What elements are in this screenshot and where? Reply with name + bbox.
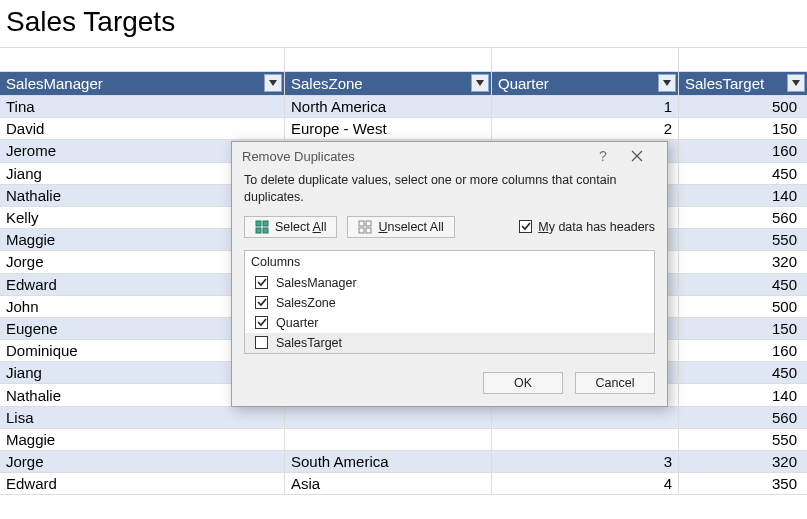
cell-tgt[interactable]: 450 bbox=[679, 274, 807, 295]
cell-mgr[interactable]: David bbox=[0, 118, 285, 139]
select-all-button[interactable]: Select All bbox=[244, 216, 337, 238]
cell-tgt[interactable]: 160 bbox=[679, 140, 807, 161]
cell-tgt[interactable]: 500 bbox=[679, 96, 807, 117]
cell-qtr[interactable] bbox=[492, 429, 679, 450]
table-row[interactable]: Lisa560 bbox=[0, 407, 807, 429]
svg-rect-6 bbox=[359, 221, 364, 226]
unselect-all-button[interactable]: Unselect All bbox=[347, 216, 454, 238]
table-header-row: SalesManager SalesZone Quarter SalesTarg… bbox=[0, 72, 807, 96]
cell-tgt[interactable]: 450 bbox=[679, 163, 807, 184]
column-item[interactable]: Quarter bbox=[245, 313, 654, 333]
column-item-label: SalesTarget bbox=[276, 336, 342, 350]
svg-rect-9 bbox=[366, 228, 371, 233]
cell-tgt[interactable]: 320 bbox=[679, 451, 807, 472]
table-row[interactable]: DavidEurope - West2150 bbox=[0, 118, 807, 140]
cell-mgr[interactable]: Lisa bbox=[0, 407, 285, 428]
cell-tgt[interactable]: 320 bbox=[679, 251, 807, 272]
cell-qtr[interactable] bbox=[492, 407, 679, 428]
col-header-label: SalesZone bbox=[291, 75, 363, 92]
col-header-zone[interactable]: SalesZone bbox=[285, 72, 492, 95]
filter-dropdown-icon[interactable] bbox=[787, 74, 805, 92]
cell-tgt[interactable]: 150 bbox=[679, 318, 807, 339]
my-data-has-headers-label: My data has headers bbox=[538, 220, 655, 234]
cell-qtr[interactable]: 2 bbox=[492, 118, 679, 139]
checkbox-icon bbox=[255, 336, 268, 349]
unselect-all-label: Unselect All bbox=[378, 220, 443, 234]
checkbox-icon bbox=[255, 296, 268, 309]
checkbox-icon bbox=[255, 316, 268, 329]
help-icon[interactable]: ? bbox=[589, 148, 617, 164]
svg-rect-8 bbox=[359, 228, 364, 233]
cell-tgt[interactable]: 550 bbox=[679, 429, 807, 450]
columns-label: Columns bbox=[245, 251, 654, 273]
col-header-mgr[interactable]: SalesManager bbox=[0, 72, 285, 95]
cell-mgr[interactable]: Edward bbox=[0, 473, 285, 494]
cell-tgt[interactable]: 500 bbox=[679, 296, 807, 317]
column-item[interactable]: SalesZone bbox=[245, 293, 654, 313]
col-header-tgt[interactable]: SalesTarget bbox=[679, 72, 807, 95]
cell-zone[interactable] bbox=[285, 407, 492, 428]
my-data-has-headers-checkbox[interactable]: My data has headers bbox=[519, 220, 655, 234]
cell-mgr[interactable]: Maggie bbox=[0, 429, 285, 450]
dialog-title: Remove Duplicates bbox=[242, 149, 589, 164]
dialog-message: To delete duplicate values, select one o… bbox=[244, 172, 655, 206]
cell-zone[interactable]: North America bbox=[285, 96, 492, 117]
cancel-button[interactable]: Cancel bbox=[575, 372, 655, 394]
cell-tgt[interactable]: 560 bbox=[679, 407, 807, 428]
dialog-titlebar[interactable]: Remove Duplicates ? bbox=[232, 142, 667, 170]
cell-zone[interactable]: South America bbox=[285, 451, 492, 472]
col-header-label: SalesTarget bbox=[685, 75, 764, 92]
columns-listbox: Columns SalesManagerSalesZoneQuarterSale… bbox=[244, 250, 655, 354]
checkbox-icon bbox=[255, 276, 268, 289]
cell-tgt[interactable]: 350 bbox=[679, 473, 807, 494]
page-title: Sales Targets bbox=[0, 0, 807, 48]
cell-zone[interactable] bbox=[285, 429, 492, 450]
cell-qtr[interactable]: 3 bbox=[492, 451, 679, 472]
blank-row bbox=[0, 48, 807, 72]
svg-rect-3 bbox=[263, 221, 268, 226]
column-item-label: SalesZone bbox=[276, 296, 336, 310]
svg-rect-4 bbox=[256, 228, 261, 233]
close-icon[interactable] bbox=[617, 150, 657, 162]
svg-rect-2 bbox=[256, 221, 261, 226]
cell-tgt[interactable]: 550 bbox=[679, 229, 807, 250]
cell-qtr[interactable]: 1 bbox=[492, 96, 679, 117]
cell-tgt[interactable]: 560 bbox=[679, 207, 807, 228]
table-row[interactable]: EdwardAsia4350 bbox=[0, 473, 807, 495]
cell-tgt[interactable]: 450 bbox=[679, 362, 807, 383]
filter-dropdown-icon[interactable] bbox=[471, 74, 489, 92]
filter-dropdown-icon[interactable] bbox=[264, 74, 282, 92]
cell-mgr[interactable]: Tina bbox=[0, 96, 285, 117]
svg-rect-7 bbox=[366, 221, 371, 226]
table-row[interactable]: TinaNorth America1500 bbox=[0, 96, 807, 118]
column-item-label: Quarter bbox=[276, 316, 318, 330]
cell-tgt[interactable]: 140 bbox=[679, 384, 807, 405]
select-all-label: Select All bbox=[275, 220, 326, 234]
table-row[interactable]: Maggie550 bbox=[0, 429, 807, 451]
checkbox-icon bbox=[519, 220, 532, 233]
filter-dropdown-icon[interactable] bbox=[658, 74, 676, 92]
column-item[interactable]: SalesTarget bbox=[245, 333, 654, 353]
table-row[interactable]: JorgeSouth America3320 bbox=[0, 451, 807, 473]
col-header-label: Quarter bbox=[498, 75, 549, 92]
column-item-label: SalesManager bbox=[276, 276, 357, 290]
column-item[interactable]: SalesManager bbox=[245, 273, 654, 293]
cell-tgt[interactable]: 150 bbox=[679, 118, 807, 139]
cell-tgt[interactable]: 140 bbox=[679, 185, 807, 206]
cell-tgt[interactable]: 160 bbox=[679, 340, 807, 361]
ok-button[interactable]: OK bbox=[483, 372, 563, 394]
remove-duplicates-dialog: Remove Duplicates ? To delete duplicate … bbox=[231, 141, 668, 407]
cell-zone[interactable]: Europe - West bbox=[285, 118, 492, 139]
col-header-qtr[interactable]: Quarter bbox=[492, 72, 679, 95]
cell-mgr[interactable]: Jorge bbox=[0, 451, 285, 472]
col-header-label: SalesManager bbox=[6, 75, 103, 92]
cell-zone[interactable]: Asia bbox=[285, 473, 492, 494]
svg-rect-5 bbox=[263, 228, 268, 233]
cell-qtr[interactable]: 4 bbox=[492, 473, 679, 494]
